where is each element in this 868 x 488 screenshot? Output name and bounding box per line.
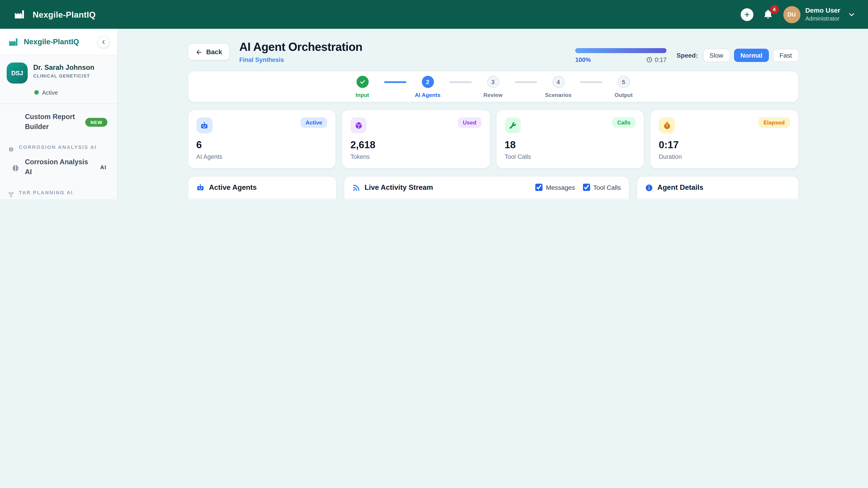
sidebar-header: Nexgile-PlantIQ [0, 29, 117, 55]
workflow-stepper: Input 2 AI Agents 3 Review 4 [187, 71, 799, 103]
step-connector [515, 81, 537, 83]
filter-messages[interactable]: Messages [535, 184, 575, 191]
add-button[interactable] [741, 8, 753, 21]
back-button[interactable]: Back [187, 43, 230, 60]
speed-slow-button[interactable]: Slow [703, 49, 730, 62]
step-connector [449, 81, 471, 83]
stat-label: Duration [659, 153, 789, 160]
chevron-down-icon[interactable] [847, 9, 856, 20]
panel-title: Agent Details [657, 183, 790, 192]
info-icon [645, 182, 653, 192]
step-check-icon [356, 76, 368, 88]
status-dot [34, 90, 39, 95]
sidebar-nav: Custom Report Builder NEW CORROSION ANAL… [0, 104, 117, 199]
back-arrow-icon [195, 48, 202, 56]
stats-row: Active 6 AI Agents Used 2,618 Tokens [187, 109, 799, 169]
user-role: Administrator [805, 15, 840, 22]
notifications-button[interactable]: 4 [763, 9, 774, 20]
network-icon [8, 189, 14, 196]
step-ai-agents[interactable]: 2 AI Agents [406, 76, 449, 98]
app-window: Nexgile-PlantIQ 4 DU Demo User Administr… [0, 0, 868, 199]
step-output[interactable]: 5 Output [602, 76, 645, 98]
panels-row: Active Agents Orchestrator Agent Compl [187, 176, 799, 199]
tool-calls-checkbox[interactable] [583, 184, 590, 191]
stopwatch-icon [659, 118, 675, 133]
top-bar: Nexgile-PlantIQ 4 DU Demo User Administr… [0, 0, 868, 29]
user-menu[interactable]: DU Demo User Administrator [783, 6, 856, 23]
agent-details-panel: Agent Details Select an agent to view de… [636, 176, 799, 199]
step-scenarios[interactable]: 4 Scenarios [537, 76, 580, 98]
status-badge: Calls [612, 118, 636, 128]
progress-bar [575, 48, 666, 53]
stat-value: 6 [196, 139, 327, 151]
stat-value: 18 [504, 139, 636, 151]
stat-card-duration: Elapsed 0:17 Duration [650, 109, 799, 169]
sidebar-item-tar-planning-ai[interactable]: TAR Planning AI NEW [3, 199, 114, 199]
factory-logo-icon [12, 7, 27, 22]
progress-percent: 100% [575, 56, 591, 63]
brain-icon [11, 163, 20, 172]
sidebar-user-role: CLINICAL GENETICIST [33, 74, 94, 78]
speed-controls: Speed: Slow Normal Fast [677, 49, 798, 62]
tokens-icon [350, 118, 366, 133]
avatar: DU [783, 6, 800, 23]
notification-count-badge: 4 [770, 5, 779, 14]
filter-tool-calls[interactable]: Tool Calls [583, 184, 621, 191]
stat-label: AI Agents [196, 153, 327, 160]
sidebar-user-card: DSJ Dr. Sarah Johnson CLINICAL GENETICIS… [0, 55, 117, 104]
brand-name: Nexgile-PlantIQ [33, 10, 96, 19]
clock-icon [646, 56, 652, 63]
stat-card-tool-calls: Calls 18 Tool Calls [496, 109, 645, 169]
robot-icon [196, 182, 205, 192]
sidebar: Nexgile-PlantIQ DSJ Dr. Sarah Johnson CL… [0, 29, 118, 199]
user-status: Active [34, 89, 111, 96]
messages-checkbox[interactable] [535, 184, 543, 191]
page-title: AI Agent Orchestration [239, 40, 362, 54]
stat-label: Tokens [350, 153, 481, 160]
stat-card-ai-agents: Active 6 AI Agents [187, 109, 336, 169]
elapsed-time: 0:17 [646, 56, 666, 63]
page-subtitle[interactable]: Final Synthesis [239, 57, 362, 63]
status-badge: Used [458, 118, 481, 128]
avatar: DSJ [6, 63, 28, 84]
sidebar-section-corrosion-analysis: CORROSION ANALYSIS AI [0, 137, 117, 153]
main-content: Back AI Agent Orchestration Final Synthe… [118, 29, 868, 199]
brain-icon [8, 144, 14, 151]
step-review[interactable]: 3 Review [471, 76, 515, 98]
ai-tag: AI [100, 164, 107, 170]
factory-logo-icon [8, 36, 19, 47]
sidebar-brand-name: Nexgile-PlantIQ [24, 38, 92, 46]
robot-icon [196, 118, 212, 133]
rss-icon [352, 182, 360, 192]
wrench-icon [504, 118, 521, 133]
progress-block: 100% 0:17 [575, 48, 666, 63]
status-badge: Elapsed [758, 118, 789, 128]
live-activity-panel: Live Activity Stream Messages Tool Calls [344, 176, 629, 199]
top-bar-actions: 4 DU Demo User Administrator [741, 6, 856, 23]
sidebar-user-name: Dr. Sarah Johnson [33, 63, 94, 71]
brand-block: Nexgile-PlantIQ [12, 7, 96, 22]
sidebar-collapse-button[interactable] [97, 36, 110, 48]
user-name: Demo User [805, 7, 840, 15]
stat-card-tokens: Used 2,618 Tokens [342, 109, 490, 169]
sidebar-item-custom-report-builder[interactable]: Custom Report Builder NEW [3, 108, 114, 136]
step-input[interactable]: Input [341, 76, 384, 98]
speed-fast-button[interactable]: Fast [773, 49, 799, 62]
stat-value: 0:17 [659, 139, 789, 151]
panel-title: Active Agents [209, 183, 328, 192]
sidebar-item-corrosion-analysis-ai[interactable]: Corrosion Analysis AI AI [3, 153, 114, 182]
step-connector [580, 81, 602, 83]
step-connector [384, 81, 406, 83]
new-badge: NEW [86, 118, 107, 126]
panel-title: Live Activity Stream [365, 183, 531, 192]
speed-normal-button[interactable]: Normal [734, 49, 769, 62]
stat-value: 2,618 [350, 139, 481, 151]
stat-label: Tool Calls [504, 153, 636, 160]
page-header: Back AI Agent Orchestration Final Synthe… [187, 40, 799, 63]
active-agents-panel: Active Agents Orchestrator Agent Compl [187, 176, 336, 199]
speed-label: Speed: [677, 52, 698, 59]
status-label: Active [42, 89, 58, 96]
status-badge: Active [301, 118, 327, 128]
sidebar-section-tar-planning: TAR PLANNING AI [0, 182, 117, 198]
